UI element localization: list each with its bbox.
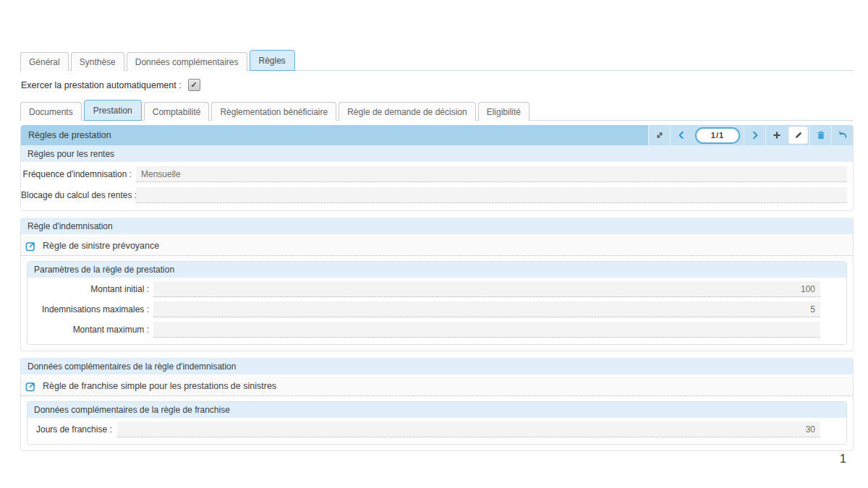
top-tab-bar: Général Synthèse Données complémentaires… [20,49,854,71]
delete-button[interactable] [809,125,831,145]
expand-icon [655,130,665,140]
field-row-jours-de-franchise: Jours de franchise : 30 [27,421,820,437]
previous-button[interactable] [670,125,692,145]
field-label: Montant maximum : [27,325,153,335]
tab-synthese[interactable]: Synthèse [71,52,124,71]
tab-regles[interactable]: Règles [250,50,295,71]
panel-title: Règles de prestation [21,130,111,140]
chevron-left-icon [676,130,686,140]
section-regles-pour-les-rentes: Règles pour les rentes [21,145,853,162]
group-regles-de-prestation: Règles de prestation [20,125,854,211]
plus-icon [772,130,782,140]
panel-toolbar: 1/1 [648,125,853,145]
tab-general[interactable]: Général [20,52,69,71]
main-content: Général Synthèse Données complémentaires… [20,49,854,458]
montant-initial-input[interactable]: 100 [153,281,820,297]
section-donnees-complementaires-indemnisation: Données complémentaires de la règle d'in… [21,358,853,374]
group-donnees-complementaires-indemnisation: Données complémentaires de la règle d'in… [20,358,854,451]
link-label: Règle de franchise simple pour les prest… [43,381,276,391]
expand-button[interactable] [648,125,670,145]
frequence-indemnisation-input[interactable]: Mensuelle [136,166,847,182]
link-regle-sinistre-prevoyance[interactable]: Règle de sinistre prévoyance [21,236,853,256]
field-label: Blocage du calcul des rentes : [21,190,136,200]
field-row-montant-maximum: Montant maximum : [27,322,820,338]
add-button[interactable] [765,125,787,145]
tab-eligibilite[interactable]: Eligibilité [478,102,529,121]
pencil-icon [793,130,804,140]
subpanel-donnees-regle-franchise: Données complémentaires de la règle de f… [27,401,847,445]
tab-prestation[interactable]: Prestation [84,100,142,121]
next-button[interactable] [744,125,765,145]
tab-comptabilite[interactable]: Comptabilité [144,102,210,121]
edit-button[interactable] [788,127,808,144]
tab-documents[interactable]: Documents [20,102,82,121]
field-row-frequence: Fréquence d'indemnisation : Mensuelle [21,166,847,182]
montant-maximum-input[interactable] [153,322,820,338]
page-number: 1 [840,453,846,466]
subpanel-title: Données complémentaires de la règle de f… [27,402,846,418]
field-label: Indemnisations maximales : [27,304,153,314]
group-regle-indemnisation: Règle d'indemnisation Règle de sinistre … [20,218,854,351]
section-regle-indemnisation: Règle d'indemnisation [21,218,853,234]
field-label: Fréquence d'indemnisation : [21,169,136,179]
jours-de-franchise-input[interactable]: 30 [117,421,820,437]
auto-exercise-row: Exercer la prestation automatiquement : … [20,71,854,98]
subpanel-parametres-regle-prestation: Paramètres de la règle de prestation Mon… [27,261,847,345]
undo-button[interactable] [831,125,853,145]
subpanel-title: Paramètres de la règle de prestation [27,262,846,278]
link-label: Règle de sinistre prévoyance [43,241,159,251]
external-link-icon [25,381,36,392]
field-row-indemnisations-maximales: Indemnisations maximales : 5 [27,301,820,317]
tab-reglementation-beneficiaire[interactable]: Règlementation bénéficiaire [211,102,336,121]
field-row-blocage: Blocage du calcul des rentes : [21,187,847,203]
link-regle-franchise-simple[interactable]: Règle de franchise simple pour les prest… [21,377,853,396]
indemnisations-maximales-input[interactable]: 5 [153,301,820,317]
auto-exercise-checkbox[interactable]: ✓ [188,79,200,91]
blocage-calcul-rentes-input[interactable] [136,187,847,203]
undo-icon [838,130,848,140]
auto-exercise-label: Exercer la prestation automatiquement : [21,80,182,90]
external-link-icon [25,241,36,252]
tab-donnees-complementaires[interactable]: Données complémentaires [127,52,247,71]
trash-icon [816,130,826,140]
sub-tab-bar: Documents Prestation Comptabilité Règlem… [20,99,854,121]
field-label: Jours de franchise : [27,424,117,435]
pager-indicator[interactable]: 1/1 [695,127,740,144]
field-label: Montant initial : [27,284,153,294]
tab-regle-demande-decision[interactable]: Règle de demande de décision [339,102,475,121]
chevron-right-icon [750,130,760,140]
field-row-montant-initial: Montant initial : 100 [27,281,820,297]
panel-header: Règles de prestation [21,125,853,145]
